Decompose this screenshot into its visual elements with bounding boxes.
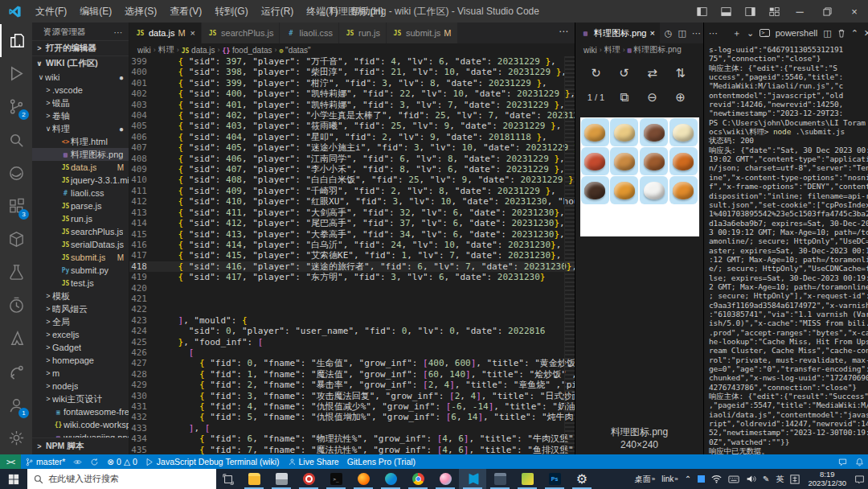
hidden-icons-chevron[interactable]: ⌃	[682, 475, 694, 483]
breadcrumb-item[interactable]: 料理	[158, 44, 174, 55]
tree-item-homepage[interactable]: >homepage	[32, 354, 129, 367]
gitlens-eye-item[interactable]	[69, 454, 86, 469]
tree-item-晴风烟云[interactable]: >晴风烟云	[32, 302, 129, 315]
maximize-panel-icon[interactable]: ⌃	[851, 28, 858, 39]
rotate-right-icon[interactable]: ↻	[582, 61, 610, 85]
tree-item-模板[interactable]: >模板	[32, 290, 129, 302]
tab-submit.js[interactable]: JSsubmit.jsM	[387, 23, 458, 43]
start-button[interactable]	[0, 469, 27, 489]
toggle-panel-icon[interactable]	[714, 0, 738, 23]
tree-item-料理[interactable]: ∨料理●	[32, 122, 129, 135]
taskbar-app-terminal-app[interactable]: >_	[322, 469, 350, 489]
breadcrumb-item[interactable]: wiki	[583, 46, 597, 55]
breadcrumb-item[interactable]: ▨ 料理图标.png	[628, 44, 682, 55]
tree-item-wuqiduanjing.png[interactable]: ▨wuqiduanjing.png	[32, 431, 129, 438]
workspace-section[interactable]: ∨ WIKI (工作区)	[32, 55, 129, 71]
tree-item-wiki主页设计[interactable]: >wiki主页设计	[32, 392, 129, 405]
taskbar-app-settings[interactable]: ⚙	[568, 469, 596, 489]
desktop-toolbar[interactable]: 桌面»	[632, 474, 658, 485]
tree-item-liaoli.css[interactable]: #liaoli.css	[32, 187, 129, 199]
minimize-button[interactable]: ─	[786, 0, 813, 23]
tree-item-searchPlus.js[interactable]: JSsearchPlus.js	[32, 225, 129, 238]
tab-image-preview[interactable]: ▨ 料理图标.png ×	[575, 23, 660, 43]
task-view-button[interactable]	[216, 469, 240, 489]
taskbar-search-input[interactable]: 在此键入进行搜索	[27, 469, 216, 489]
menu-查看(V)[interactable]: 查看(V)	[163, 0, 208, 23]
breadcrumb-item[interactable]: 料理	[604, 44, 620, 55]
tree-item-nodejs[interactable]: >nodejs	[32, 380, 129, 392]
taskbar-app-panda-app[interactable]	[432, 469, 459, 489]
feedback-item[interactable]	[834, 458, 851, 466]
timer-icon[interactable]	[0, 289, 32, 322]
breadcrumb-item[interactable]: wiki	[137, 46, 151, 55]
settings-icon[interactable]	[0, 421, 32, 454]
keyboard-icon[interactable]	[725, 475, 743, 483]
taskbar-app-file-explorer[interactable]	[240, 469, 268, 489]
debug-terminal-item[interactable]: JavaScript Debug Terminal (wiki)	[141, 454, 284, 469]
package-icon[interactable]	[0, 223, 32, 256]
tree-item-submit.py[interactable]: Pysubmit.py	[32, 264, 129, 277]
customize-layout-icon[interactable]	[762, 0, 786, 23]
taskbar-app-photoshop[interactable]: Ps	[541, 469, 568, 489]
tree-item-serialDatas.js[interactable]: JSserialDatas.js	[32, 238, 129, 251]
menu-选择(S)[interactable]: 选择(S)	[118, 0, 163, 23]
action-center-icon[interactable]	[851, 475, 868, 484]
tree-item-data.js[interactable]: JSdata.jsM	[32, 161, 129, 174]
taskbar-app-edge[interactable]	[377, 469, 404, 489]
terminal-shell-label[interactable]: powershell	[776, 28, 818, 38]
pen-icon[interactable]: ✎	[760, 475, 772, 483]
zoom-out-icon[interactable]: ⊖	[638, 85, 666, 109]
toggle-sidebar-icon[interactable]	[690, 0, 714, 23]
toggle-secondary-sidebar-icon[interactable]	[738, 0, 762, 23]
code-editor[interactable]: 399 { "sid": 397, "player": "万千音", "fid"…	[129, 56, 575, 454]
gitlens-item[interactable]: GitLens Pro (Trial)	[343, 454, 420, 469]
tab-liaoli.css[interactable]: #liaoli.css	[280, 23, 339, 43]
source-control-icon[interactable]: 2	[0, 90, 32, 123]
rotate-left-icon[interactable]: ↺	[610, 61, 638, 85]
explorer-more-icon[interactable]: ⋯	[114, 27, 123, 37]
split-terminal-icon[interactable]: ◫	[823, 28, 831, 39]
tree-item-parse.js[interactable]: JSparse.js	[32, 199, 129, 212]
taskbar-clock[interactable]: 8:19 2023/12/30	[803, 471, 851, 487]
azure-icon[interactable]	[0, 322, 32, 355]
zoom-in-icon[interactable]: ⊕	[666, 85, 694, 109]
image-canvas[interactable]	[580, 117, 699, 236]
remote-indicator[interactable]: ><	[0, 454, 21, 469]
extensions-icon[interactable]: 3	[0, 190, 32, 223]
panel-more-icon[interactable]: ⋯	[709, 28, 718, 39]
tree-item-wiki[interactable]: ∨wiki●	[32, 71, 129, 84]
explorer-icon[interactable]	[0, 24, 32, 57]
search-icon[interactable]	[0, 123, 32, 156]
taskbar-app-netease-music[interactable]	[295, 469, 322, 489]
copy-image-icon[interactable]: ⧉	[610, 85, 638, 109]
timeline-icon[interactable]: ◷	[665, 28, 673, 39]
tree-item-test.js[interactable]: JStest.js	[32, 277, 129, 290]
taskbar-app-vscode[interactable]	[459, 469, 486, 489]
more-actions-icon[interactable]: ⋯	[692, 28, 701, 39]
ime-language-indicator[interactable]: 英	[772, 474, 787, 485]
live-share-icon[interactable]	[0, 355, 32, 388]
split-editor-icon[interactable]: ◫	[678, 28, 686, 39]
menu-编辑(E)[interactable]: 编辑(E)	[73, 0, 118, 23]
taskbar-app-ime-tool[interactable]	[268, 469, 295, 489]
tree-item-料理.html[interactable]: <>料理.html	[32, 135, 129, 148]
menu-运行(R)[interactable]: 运行(R)	[255, 0, 301, 23]
taskbar-app-photos[interactable]	[514, 469, 541, 489]
tree-item-料理图标.png[interactable]: ▨料理图标.png	[32, 148, 129, 161]
edge-devtools-icon[interactable]	[0, 157, 32, 190]
testing-icon[interactable]	[0, 256, 32, 289]
breadcrumb-item[interactable]: JS data.js	[182, 46, 215, 55]
accounts-icon[interactable]: 1	[0, 388, 32, 421]
breadcrumb-item[interactable]: {} food_datas	[223, 46, 272, 55]
restore-button[interactable]	[813, 0, 841, 23]
more-tabs-icon[interactable]: ⋯	[552, 23, 575, 43]
git-branch-item[interactable]: master*	[21, 454, 69, 469]
ime-mode-icon[interactable]	[787, 475, 803, 484]
tree-item-卷轴[interactable]: >卷轴	[32, 109, 129, 122]
terminal-dropdown-icon[interactable]: ⌄	[747, 28, 754, 39]
menu-文件(F)[interactable]: 文件(F)	[29, 0, 73, 23]
tree-item-wiki.code-workspace[interactable]: {}wiki.code-workspace	[32, 418, 129, 431]
taskbar-app-firefox[interactable]	[350, 469, 377, 489]
problems-item[interactable]: ⊗0 △0	[103, 454, 141, 469]
tab-run.js[interactable]: JSrun.js	[339, 23, 387, 43]
